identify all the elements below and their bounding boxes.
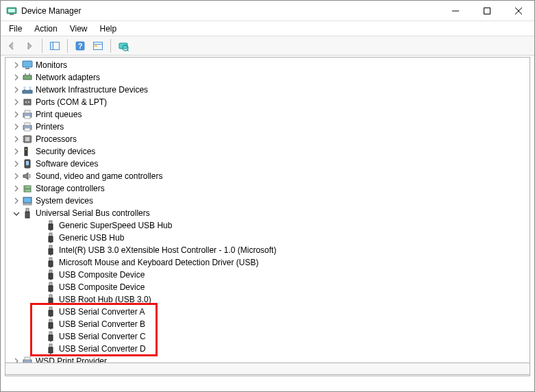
collapse-arrow-icon[interactable] <box>11 208 22 219</box>
svg-rect-66 <box>49 261 53 267</box>
tree-node[interactable]: USB Serial Converter A <box>5 306 530 318</box>
tree-node[interactable]: USB Serial Converter C <box>5 330 530 343</box>
tree-node[interactable]: Generic USB Hub <box>5 232 530 244</box>
security-icon <box>22 146 33 157</box>
show-hide-console-tree-button[interactable] <box>47 38 63 54</box>
usb-plug-icon <box>45 232 56 243</box>
usb-plug-icon <box>45 294 56 305</box>
svg-rect-47 <box>26 161 29 165</box>
tree-node[interactable]: Ports (COM & LPT) <box>5 96 530 108</box>
tree-node-label: Print queues <box>36 110 82 119</box>
expand-arrow-icon[interactable] <box>11 195 22 206</box>
expand-arrow-icon[interactable] <box>11 171 22 182</box>
tree-node[interactable]: Network adapters <box>5 71 530 84</box>
svg-rect-87 <box>49 347 53 353</box>
help-button[interactable]: ? <box>72 38 88 54</box>
expand-arrow-icon[interactable] <box>11 183 22 194</box>
tree-node[interactable]: Security devices <box>5 145 530 158</box>
sound-icon <box>22 171 33 182</box>
tree-node-label: Processors <box>36 134 77 144</box>
minimize-button[interactable] <box>440 1 471 21</box>
menu-help[interactable]: Help <box>95 23 123 35</box>
svg-rect-19 <box>23 75 32 79</box>
svg-rect-13 <box>95 45 97 47</box>
forward-button[interactable] <box>21 38 38 54</box>
tree-node[interactable]: Storage controllers <box>5 182 530 195</box>
tree-node[interactable]: Software devices <box>5 158 530 170</box>
tree-node[interactable]: Network Infrastructure Devices <box>5 84 530 96</box>
tree-node[interactable]: Microsoft Mouse and Keyboard Detection D… <box>5 256 530 269</box>
tree-node-label: Network adapters <box>36 73 100 82</box>
tree-node[interactable]: USB Serial Converter D <box>5 343 530 355</box>
expand-arrow-icon[interactable] <box>11 72 22 83</box>
usb-plug-icon <box>45 343 56 354</box>
tree-spacer <box>34 257 45 268</box>
close-button[interactable] <box>503 1 534 21</box>
scan-hardware-button[interactable] <box>115 38 132 54</box>
tree-node[interactable]: Print queues <box>5 108 530 121</box>
tree-node-label: USB Serial Converter D <box>59 344 146 354</box>
tree-node-label: Network Infrastructure Devices <box>36 85 148 95</box>
svg-rect-35 <box>25 128 30 131</box>
tree-node[interactable]: Printers <box>5 121 530 133</box>
tree-spacer <box>34 269 45 280</box>
svg-rect-74 <box>49 295 52 298</box>
tree-node[interactable]: Monitors <box>5 59 530 71</box>
maximize-button[interactable] <box>471 1 503 21</box>
toolbar-separator <box>67 39 68 53</box>
tree-spacer <box>34 245 45 256</box>
expand-arrow-icon[interactable] <box>11 97 22 108</box>
toolbar-separator <box>42 39 42 53</box>
tree-node[interactable]: Processors <box>5 133 530 145</box>
expand-arrow-icon[interactable] <box>11 121 22 132</box>
svg-rect-2 <box>10 14 14 15</box>
tree-spacer <box>34 319 45 330</box>
menu-file[interactable]: File <box>3 23 27 35</box>
usb-plug-icon <box>45 220 56 231</box>
tree-node[interactable]: System devices <box>5 195 530 207</box>
tree-node-label: USB Serial Converter A <box>59 307 145 317</box>
tree-node[interactable]: Intel(R) USB 3.0 eXtensible Host Control… <box>5 244 530 256</box>
tree-node-label: Microsoft Mouse and Keyboard Detection D… <box>59 258 258 267</box>
tree-node-label: Security devices <box>36 147 95 156</box>
toolbar-separator <box>110 39 111 53</box>
tree-node-label: System devices <box>36 196 93 206</box>
svg-rect-57 <box>49 224 53 230</box>
tree-node[interactable]: Sound, video and game controllers <box>5 170 530 182</box>
device-tree-panel[interactable]: MonitorsNetwork adaptersNetwork Infrastr… <box>5 57 530 376</box>
menu-view[interactable]: View <box>64 23 93 35</box>
back-button[interactable] <box>3 38 20 54</box>
tree-node-label: Printers <box>36 122 64 132</box>
expand-arrow-icon[interactable] <box>11 158 22 169</box>
svg-rect-32 <box>25 116 30 119</box>
tree-node-label: Generic USB Hub <box>59 233 124 243</box>
expand-arrow-icon[interactable] <box>11 146 22 157</box>
expand-arrow-icon[interactable] <box>11 134 22 145</box>
tree-node-label: Intel(R) USB 3.0 eXtensible Host Control… <box>59 245 276 255</box>
tree-node[interactable]: USB Composite Device <box>5 281 530 293</box>
tree-spacer <box>34 282 45 293</box>
tree-spacer <box>34 306 45 317</box>
menu-action[interactable]: Action <box>29 23 62 35</box>
svg-point-23 <box>23 86 26 89</box>
tree-node[interactable]: USB Serial Converter B <box>5 318 530 330</box>
tree-node[interactable]: USB Root Hub (USB 3.0) <box>5 293 530 306</box>
properties-button[interactable] <box>90 38 106 54</box>
tree-spacer <box>34 232 45 243</box>
expand-arrow-icon[interactable] <box>11 109 22 120</box>
svg-rect-68 <box>49 270 52 273</box>
svg-rect-86 <box>49 344 52 347</box>
svg-point-51 <box>25 190 26 191</box>
cpu-icon <box>22 134 33 145</box>
svg-rect-71 <box>49 282 52 286</box>
tree-node[interactable]: Universal Serial Bus controllers <box>5 207 530 219</box>
expand-arrow-icon[interactable] <box>11 84 22 95</box>
svg-rect-27 <box>24 99 31 105</box>
expand-arrow-icon[interactable] <box>11 60 22 71</box>
printer-icon <box>22 121 33 132</box>
svg-rect-21 <box>29 73 30 75</box>
tree-node[interactable]: USB Composite Device <box>5 269 530 281</box>
status-bar <box>5 363 530 375</box>
toolbar: ? <box>1 36 534 56</box>
tree-node[interactable]: Generic SuperSpeed USB Hub <box>5 219 530 232</box>
